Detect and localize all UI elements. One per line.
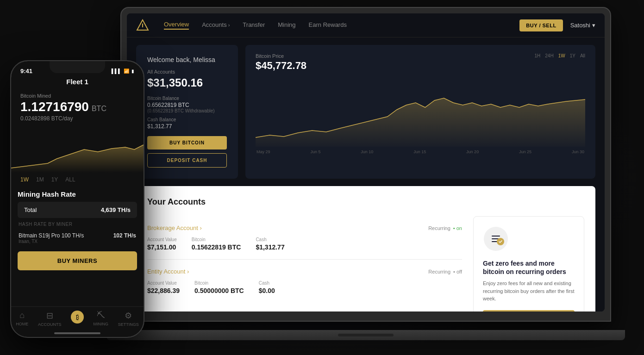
phone-nav-home[interactable]: ⌂ HOME: [16, 311, 28, 327]
hash-total-value: 4,639 TH/s: [101, 206, 131, 213]
tf-1y[interactable]: 1Y: [570, 53, 575, 58]
laptop-base: [106, 330, 625, 340]
phone-nav-accounts-label: ACCOUNTS: [38, 322, 62, 327]
nav-overview[interactable]: Overview: [164, 21, 189, 30]
cash-balance-label: Cash Balance: [147, 117, 227, 122]
buy-miners-button[interactable]: BUY MINERS: [18, 251, 137, 270]
brokerage-data-row: Account Value $7,151.00 Bitcoin 0.156228…: [147, 237, 462, 251]
promo-card: Get zero fees and more bitcoin on recurr…: [473, 216, 584, 311]
deposit-cash-button[interactable]: DEPOSIT CASH: [147, 153, 227, 168]
brokerage-recurring: Recurring • on: [428, 225, 462, 231]
chart-card: 1H 24H 1W 1Y All Bitcoin Price $45,772.7…: [245, 45, 595, 179]
phone-tf-all[interactable]: ALL: [65, 176, 75, 183]
entity-account-value: Account Value $22,886.39: [147, 280, 180, 294]
create-recurring-order-button[interactable]: CREATE A RECURRING ORDER: [483, 310, 575, 311]
nav-accounts[interactable]: Accounts: [202, 21, 230, 29]
welcome-card: Welcome back, Melissa All Accounts $31,3…: [136, 45, 238, 179]
chart-price-value: $45,772.78: [256, 60, 585, 72]
tf-24h[interactable]: 24H: [545, 53, 553, 58]
top-section: Welcome back, Melissa All Accounts $31,3…: [127, 37, 605, 186]
accounts-section: Your Accounts Brokerage Account › Recur: [136, 186, 595, 311]
phone-nav-mining[interactable]: ⛏ MINING: [94, 311, 109, 327]
chart-timeframes: 1H 24H 1W 1Y All: [534, 53, 585, 58]
phone-mining-section: Bitcoin Mined 1.12716790 BTC 0.02482898 …: [11, 89, 144, 122]
main-area: Welcome back, Melissa All Accounts $31,3…: [127, 37, 605, 311]
bitcoin-icon: ₿: [71, 311, 84, 324]
phone-nav-settings[interactable]: ⚙ SETTINGS: [118, 311, 139, 327]
mining-btc-label: BTC: [92, 105, 106, 113]
entity-data-row: Account Value $22,886.39 Bitcoin 0.50000…: [147, 280, 462, 294]
accounts-inner: Brokerage Account › Recurring • on: [147, 216, 584, 311]
status-icons: ▌▌▌ 📶 ▮: [112, 69, 134, 74]
phone-header: Fleet 1: [11, 76, 144, 89]
bitcoin-price-chart: [256, 77, 585, 147]
welcome-greeting: Welcome back, Melissa: [147, 56, 227, 63]
phone-tf-1y[interactable]: 1Y: [51, 176, 58, 183]
total-balance: $31,350.16: [147, 76, 227, 89]
laptop-screen: Overview Accounts Transfer Mining Earn R…: [127, 13, 605, 311]
status-time: 9:41: [20, 68, 32, 75]
phone-notch: [50, 61, 105, 73]
phone-nav-settings-label: SETTINGS: [118, 322, 139, 327]
entity-account-row: Entity Account › Recurring • off: [147, 259, 462, 303]
settings-icon: ⚙: [125, 311, 132, 321]
miner-name: Bitmain S19j Pro 100 TH/s: [19, 232, 84, 239]
hash-by-miner-label: HASH RATE BY MINER: [18, 222, 137, 227]
accounts-chevron-icon: [228, 21, 230, 28]
bitcoin-balance-label: Bitcoin Balance: [147, 96, 227, 101]
chart-date-labels: May 29 Jun 5 Jun 10 Jun 15 Jun 20 Jun 25…: [256, 149, 585, 154]
mining-icon: ⛏: [97, 311, 105, 320]
brokerage-account-link[interactable]: Brokerage Account ›: [147, 224, 202, 231]
nav-transfer[interactable]: Transfer: [243, 21, 265, 29]
navbar: Overview Accounts Transfer Mining Earn R…: [127, 13, 605, 37]
hash-rate-section: Mining Hash Rate Total 4,639 TH/s HASH R…: [11, 187, 144, 247]
laptop: Overview Accounts Transfer Mining Earn R…: [120, 7, 611, 340]
entity-recurring: Recurring • off: [428, 269, 462, 274]
tf-1h[interactable]: 1H: [534, 53, 540, 58]
nav-links: Overview Accounts Transfer Mining Earn R…: [164, 21, 505, 30]
phone: 9:41 ▌▌▌ 📶 ▮ Fleet 1 Bitcoin Mined 1.127…: [10, 60, 144, 338]
promo-title: Get zero fees and more bitcoin on recurr…: [483, 259, 575, 276]
bitcoin-balance-section: Bitcoin Balance 0.65622819 BTC (0.656228…: [147, 96, 227, 113]
miner-row: Bitmain S19j Pro 100 TH/s Iraan, TX 102 …: [18, 230, 137, 247]
miner-info: Bitmain S19j Pro 100 TH/s Iraan, TX: [19, 232, 84, 244]
phone-nav-bitcoin[interactable]: ₿: [71, 311, 84, 327]
wifi-icon: 📶: [124, 69, 129, 74]
home-icon: ⌂: [19, 311, 25, 320]
home-indicator: [54, 332, 100, 334]
phone-nav-accounts[interactable]: ⊟ ACCOUNTS: [38, 311, 62, 327]
cash-balance-section: Cash Balance $1,312.77: [147, 117, 227, 130]
promo-description: Enjoy zero fees for all new and existing…: [483, 280, 575, 303]
tf-1w[interactable]: 1W: [558, 53, 565, 58]
phone-timeframes: 1W 1M 1Y ALL: [11, 173, 144, 187]
phone-screen: 9:41 ▌▌▌ 📶 ▮ Fleet 1 Bitcoin Mined 1.127…: [11, 61, 144, 337]
entity-cash: Cash $0.00: [259, 280, 275, 294]
buy-sell-button[interactable]: BUY / SELL: [519, 19, 563, 31]
brokerage-account-row: Brokerage Account › Recurring • on: [147, 216, 462, 259]
nav-right: BUY / SELL Satoshi ▾: [519, 19, 595, 31]
nav-mining[interactable]: Mining: [278, 21, 295, 29]
miner-location: Iraan, TX: [19, 239, 84, 244]
nav-earn-rewards[interactable]: Earn Rewards: [309, 21, 347, 29]
brokerage-header: Brokerage Account › Recurring • on: [147, 224, 462, 231]
bitcoin-balance-value: 0.65622819 BTC: [147, 102, 227, 108]
mining-rate: 0.02482898 BTC/day: [20, 115, 134, 122]
buy-bitcoin-button[interactable]: BUY BITCOIN: [147, 136, 227, 149]
phone-nav-mining-label: MINING: [94, 322, 109, 326]
hash-total-row: Total 4,639 TH/s: [18, 202, 137, 218]
mining-value: 1.12716790 BTC: [20, 100, 134, 114]
phone-tf-1m[interactable]: 1M: [36, 176, 44, 183]
phone-tf-1w[interactable]: 1W: [20, 176, 29, 183]
cash-balance-value: $1,312.77: [147, 123, 227, 130]
mining-label: Bitcoin Mined: [20, 93, 134, 99]
brokerage-account-value: Account Value $7,151.00: [147, 237, 177, 251]
miner-hash-value: 102 TH/s: [113, 232, 136, 239]
phone-chart: [11, 126, 144, 173]
hash-total-label: Total: [24, 206, 37, 213]
entity-account-link[interactable]: Entity Account ›: [147, 268, 189, 275]
tf-all[interactable]: All: [580, 53, 585, 58]
bitcoin-balance-sub: (0.65622819 BTC Withdrawable): [147, 108, 227, 113]
user-menu[interactable]: Satoshi ▾: [570, 22, 595, 29]
all-accounts-label: All Accounts: [147, 69, 227, 75]
phone-body: 9:41 ▌▌▌ 📶 ▮ Fleet 1 Bitcoin Mined 1.127…: [10, 60, 144, 338]
